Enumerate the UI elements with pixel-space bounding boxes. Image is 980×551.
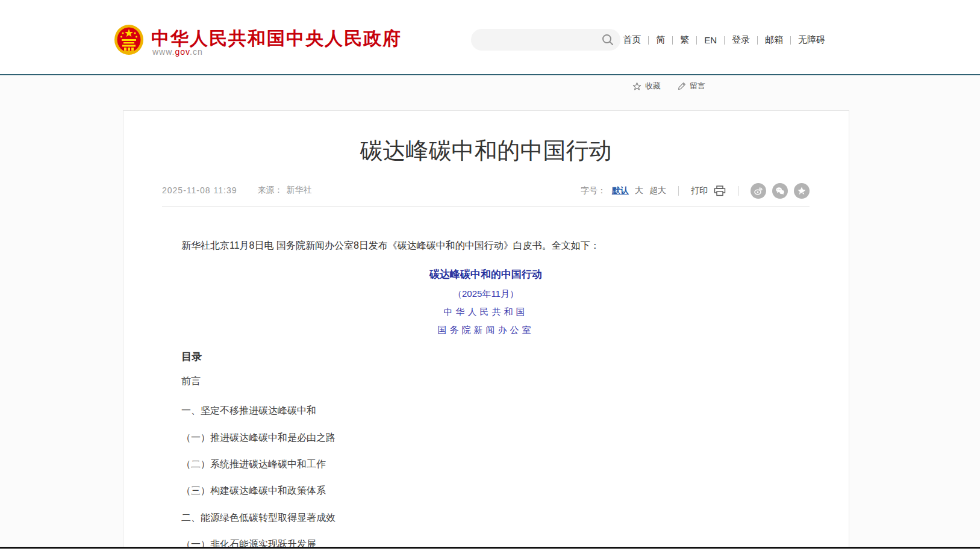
search-box xyxy=(471,29,620,51)
nav-separator xyxy=(757,36,758,45)
national-emblem-logo[interactable] xyxy=(114,24,144,57)
article-title: 碳达峰碳中和的中国行动 xyxy=(162,136,810,165)
site-header: 中华人民共和国中央人民政府 www.gov.cn 首页 简 繁 EN 登录 邮箱 xyxy=(0,0,980,74)
top-nav: 首页 简 繁 EN 登录 邮箱 无障碍 xyxy=(623,34,825,46)
favorite-button[interactable]: 收藏 xyxy=(632,81,661,92)
qzone-icon[interactable] xyxy=(794,183,810,199)
nav-separator xyxy=(648,36,649,45)
meta-separator xyxy=(738,186,738,196)
lead-paragraph: 新华社北京11月8日电 国务院新闻办公室8日发布《碳达峰碳中和的中国行动》白皮书… xyxy=(162,238,810,254)
nav-item-mail[interactable]: 邮箱 xyxy=(765,34,783,46)
source-label: 来源： xyxy=(257,185,282,196)
article-meta-right: 字号： 默认 大 超大 打印 xyxy=(581,181,810,201)
document-title: 碳达峰碳中和的中国行动 xyxy=(162,267,810,282)
article-meta-left: 2025-11-08 11:39 来源： 新华社 xyxy=(162,185,311,196)
source-value[interactable]: 新华社 xyxy=(286,185,311,196)
comment-label: 留言 xyxy=(690,81,705,92)
toc-heading: 目录 xyxy=(181,350,202,364)
toc-item-section-1: 一、坚定不移推进碳达峰碳中和 xyxy=(181,403,784,418)
article-card: 碳达峰碳中和的中国行动 2025-11-08 11:39 来源： 新华社 字号：… xyxy=(123,110,849,547)
nav-item-login[interactable]: 登录 xyxy=(732,34,750,46)
printer-icon[interactable] xyxy=(714,185,726,196)
comment-button[interactable]: 留言 xyxy=(678,81,705,92)
page: 中华人民共和国中央人民政府 www.gov.cn 首页 简 繁 EN 登录 邮箱 xyxy=(0,0,980,551)
search-icon[interactable] xyxy=(601,33,614,46)
nav-item-home[interactable]: 首页 xyxy=(623,34,641,46)
wechat-icon[interactable] xyxy=(772,183,788,199)
below-window-area xyxy=(0,549,980,551)
site-url-core: gov xyxy=(175,47,190,57)
nav-separator xyxy=(696,36,697,45)
nav-separator xyxy=(672,36,673,45)
favorite-label: 收藏 xyxy=(645,81,661,92)
nav-separator xyxy=(724,36,725,45)
font-size-xlarge[interactable]: 超大 xyxy=(649,185,666,196)
nav-item-accessibility[interactable]: 无障碍 xyxy=(798,34,825,46)
search-input[interactable] xyxy=(481,29,595,51)
site-url-prefix: www. xyxy=(152,47,175,57)
meta-separator xyxy=(678,186,679,196)
site-url-suffix: .cn xyxy=(190,47,203,57)
toc-item-section-1-2: （二）系统推进碳达峰碳中和工作 xyxy=(181,457,784,472)
print-button[interactable]: 打印 xyxy=(691,185,708,196)
nav-item-simplified[interactable]: 简 xyxy=(656,34,665,46)
article-date: 2025-11-08 11:39 xyxy=(162,185,237,195)
document-org-line-1: 中华人民共和国 xyxy=(162,305,810,319)
pencil-icon xyxy=(678,82,686,90)
meta-divider-rule xyxy=(162,206,810,207)
document-date-line: （2025年11月） xyxy=(162,287,810,301)
star-icon xyxy=(632,82,641,91)
document-org-line-2: 国务院新闻办公室 xyxy=(162,323,810,337)
font-size-label: 字号： xyxy=(581,185,606,196)
site-url: www.gov.cn xyxy=(152,47,203,57)
toc-item-section-1-1: （一）推进碳达峰碳中和是必由之路 xyxy=(181,431,784,445)
toc-item-section-1-3: （三）构建碳达峰碳中和政策体系 xyxy=(181,484,784,498)
font-size-default[interactable]: 默认 xyxy=(612,185,629,196)
nav-item-traditional[interactable]: 繁 xyxy=(680,34,689,46)
toc-item-foreword: 前言 xyxy=(181,374,784,388)
toc-item-section-2: 二、能源绿色低碳转型取得显著成效 xyxy=(181,511,784,525)
national-emblem-icon xyxy=(114,24,144,57)
font-size-large[interactable]: 大 xyxy=(635,185,643,196)
nav-item-english[interactable]: EN xyxy=(704,35,717,45)
weibo-icon[interactable] xyxy=(751,183,766,199)
article-meta-row: 2025-11-08 11:39 来源： 新华社 字号： 默认 大 超大 打印 xyxy=(162,181,810,201)
page-actions: 收藏 留言 xyxy=(632,81,705,92)
nav-separator xyxy=(790,36,791,45)
